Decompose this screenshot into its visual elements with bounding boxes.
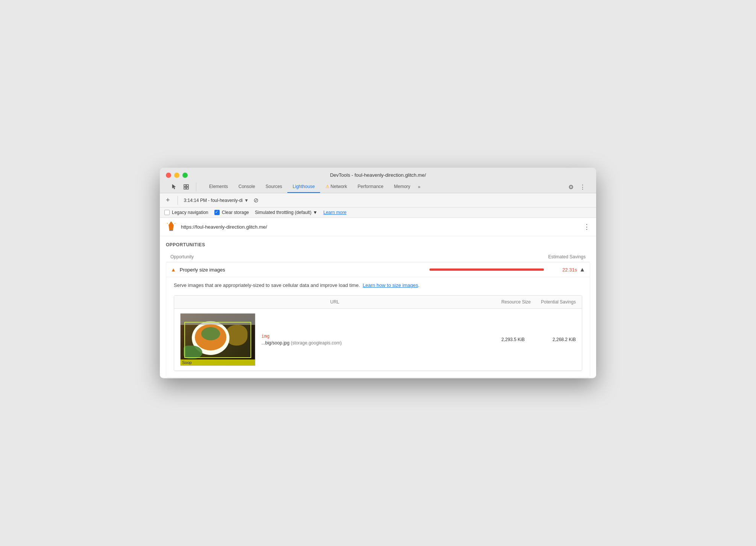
- tab-more[interactable]: »: [416, 181, 423, 193]
- thumb-label: Soop: [181, 359, 255, 366]
- tab-elements[interactable]: Elements: [204, 181, 233, 193]
- table-row: Soop img ...big/soop.jpg (storage.google…: [174, 309, 582, 371]
- clear-storage-label[interactable]: Clear storage: [214, 210, 249, 215]
- svg-rect-0: [184, 185, 186, 187]
- throttling-chevron-icon: ▼: [313, 210, 317, 215]
- throttling-select[interactable]: Simulated throttling (default) ▼: [255, 210, 317, 215]
- minimize-button[interactable]: [174, 173, 179, 178]
- soup-image: Soop: [181, 314, 255, 366]
- svg-rect-7: [169, 230, 173, 231]
- svg-marker-6: [169, 224, 174, 230]
- potential-savings-col-header: Potential Savings: [531, 299, 576, 305]
- tab-bar-right: ⚙ ⋮: [567, 182, 587, 192]
- options-bar: Legacy navigation Clear storage Simulate…: [160, 208, 596, 218]
- tab-network[interactable]: ⚠Network: [320, 181, 352, 193]
- svg-line-9: [167, 223, 168, 224]
- maximize-button[interactable]: [182, 173, 188, 178]
- resource-size-cell: 2,293.5 KiB: [483, 337, 525, 342]
- tab-performance[interactable]: Performance: [352, 181, 389, 193]
- session-chevron-icon: ▼: [244, 198, 249, 203]
- title-bar: DevTools - foul-heavenly-direction.glitc…: [160, 168, 596, 193]
- url-cell: img ...big/soop.jpg (storage.googleapis.…: [261, 334, 477, 346]
- url-col-header: URL: [180, 299, 489, 305]
- warning-icon: ⚠: [325, 184, 329, 189]
- tab-bar: Elements Console Sources Lighthouse ⚠Net…: [166, 181, 590, 193]
- url-filename: ...big/soop.jpg: [261, 340, 290, 346]
- content-area: https://foul-heavenly-direction.glitch.m…: [160, 218, 596, 378]
- savings-value: 22.31s: [554, 267, 577, 273]
- svg-rect-2: [184, 187, 186, 189]
- legacy-nav-checkbox[interactable]: [164, 210, 170, 215]
- cursor-icon-btn[interactable]: [169, 182, 179, 192]
- session-selector[interactable]: 3:14:14 PM - foul-heavenly-di ▼: [184, 198, 249, 203]
- resource-size-col-header: Resource Size: [489, 299, 531, 305]
- thumbnail-wrapper: Soop: [180, 313, 255, 366]
- url-more-button[interactable]: ⋮: [583, 223, 590, 231]
- lighthouse-logo-icon: [166, 221, 176, 232]
- clear-storage-checkbox[interactable]: [214, 210, 220, 215]
- inspect-icon: [183, 184, 189, 190]
- window-controls: [166, 173, 188, 178]
- svg-rect-3: [187, 187, 188, 189]
- url-domain: (storage.googleapis.com): [291, 340, 342, 346]
- potential-savings-cell: 2,268.2 KiB: [531, 337, 576, 342]
- url-text: https://foul-heavenly-direction.glitch.m…: [181, 224, 579, 230]
- more-options-icon-btn[interactable]: ⋮: [578, 182, 587, 192]
- tab-console[interactable]: Console: [233, 181, 260, 193]
- devtools-window: DevTools - foul-heavenly-direction.glitc…: [160, 168, 596, 378]
- clear-storage-text: Clear storage: [222, 210, 249, 215]
- table-header: Opportunity Estimated Savings: [166, 252, 590, 262]
- url-row: https://foul-heavenly-direction.glitch.m…: [160, 218, 596, 236]
- add-button[interactable]: +: [164, 196, 172, 205]
- throttling-text: Simulated throttling (default): [255, 210, 311, 215]
- opportunities-section: OPPORTUNITIES Opportunity Estimated Savi…: [160, 236, 596, 378]
- savings-bar: [430, 268, 544, 271]
- svg-line-10: [175, 223, 175, 224]
- savings-bar-container: [430, 268, 550, 271]
- thumbnail-cell: Soop: [180, 313, 255, 366]
- cursor-icon: [171, 184, 177, 190]
- opportunity-col-header: Opportunity: [170, 254, 533, 259]
- learn-how-link[interactable]: Learn how to size images: [363, 282, 418, 288]
- tab-lighthouse[interactable]: Lighthouse: [287, 181, 320, 193]
- tab-sources[interactable]: Sources: [260, 181, 287, 193]
- chevron-up-icon[interactable]: ▲: [579, 266, 585, 273]
- window-title: DevTools - foul-heavenly-direction.glitc…: [330, 172, 426, 178]
- close-button[interactable]: [166, 173, 171, 178]
- opportunities-title: OPPORTUNITIES: [166, 242, 590, 247]
- legacy-nav-label[interactable]: Legacy navigation: [164, 210, 208, 215]
- legacy-nav-text: Legacy navigation: [172, 210, 208, 215]
- data-table: URL Resource Size Potential Savings: [174, 295, 582, 371]
- opportunity-title: Properly size images: [180, 267, 430, 273]
- inspect-icon-btn[interactable]: [181, 182, 191, 192]
- opportunity-expanded: Serve images that are appropriately-size…: [166, 277, 590, 377]
- svg-rect-1: [187, 185, 188, 187]
- learn-more-link[interactable]: Learn more: [323, 210, 346, 215]
- opportunity-header[interactable]: ▲ Properly size images 22.31s ▲: [166, 262, 590, 277]
- opportunity-warning-icon: ▲: [171, 267, 176, 273]
- toolbar-divider: [196, 182, 196, 191]
- session-label: 3:14:14 PM - foul-heavenly-di: [184, 198, 243, 203]
- no-entry-icon: ⊘: [254, 197, 258, 204]
- thumb-highlight-box: [184, 322, 251, 358]
- settings-icon-btn[interactable]: ⚙: [567, 182, 575, 192]
- subtoolbar-divider: [178, 196, 178, 205]
- opportunity-row-properly-size: ▲ Properly size images 22.31s ▲ Serve im…: [166, 262, 590, 378]
- sub-toolbar: + 3:14:14 PM - foul-heavenly-di ▼ ⊘: [160, 193, 596, 208]
- url-tag: img: [261, 334, 477, 339]
- url-filename-row: ...big/soop.jpg (storage.googleapis.com): [261, 340, 477, 346]
- savings-col-header: Estimated Savings: [533, 254, 586, 259]
- description-text: Serve images that are appropriately-size…: [174, 282, 582, 289]
- no-entry-button[interactable]: ⊘: [252, 196, 260, 205]
- svg-rect-5: [169, 223, 173, 224]
- data-table-header: URL Resource Size Potential Savings: [174, 296, 582, 309]
- toolbar-icons: [169, 182, 199, 192]
- tab-memory[interactable]: Memory: [389, 181, 416, 193]
